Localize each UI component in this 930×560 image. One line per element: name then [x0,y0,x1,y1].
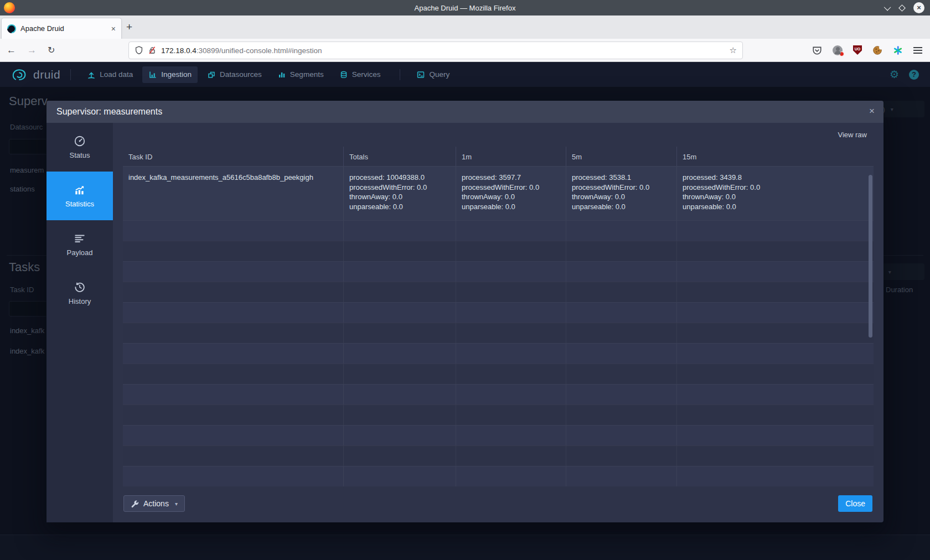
column-header-15m: 15m [676,147,874,166]
empty-table-row [123,282,874,302]
window-titlebar: Apache Druid — Mozilla Firefox × [0,0,930,15]
ublock-origin-icon[interactable]: UO [853,45,862,55]
totals-unparseable: unparseable: 0.0 [349,202,451,212]
actions-button-label: Actions [143,499,169,508]
view-raw-link[interactable]: View raw [838,131,867,139]
task-id-value: index_kafka_measurements_a5616c5ba8afb8b… [128,173,339,183]
pocket-icon[interactable] [812,45,822,55]
dialog-tab-label: History [69,297,91,305]
settings-gear-icon[interactable]: ⚙ [890,68,899,81]
cell-15m: processed: 3439.8 processedWithError: 0.… [676,167,874,220]
m5-processed-with-error: processedWithError: 0.0 [572,183,672,193]
services-icon [339,70,348,79]
extension-account-icon[interactable] [833,45,843,55]
column-header-task-id: Task ID [123,147,343,166]
ingestion-icon [148,70,157,79]
cell-totals: processed: 10049388.0 processedWithError… [343,167,456,220]
dialog-sidebar: Status Statistics Payload His [46,123,113,522]
firefox-logo-icon [4,2,15,13]
empty-table-row [123,364,874,384]
load-data-icon [87,70,96,79]
url-path: :30899/unified-console.html#ingestion [197,46,322,55]
dialog-tab-label: Statistics [65,200,94,208]
m5-unparseable: unparseable: 0.0 [572,202,672,212]
statistics-table: Task ID Totals 1m 5m 15m index_kafka_mea… [123,147,874,486]
nav-item-label: Segments [290,70,324,79]
table-scrollbar-thumb[interactable] [869,175,872,338]
m5-processed: processed: 3538.1 [572,173,672,183]
nav-item-label: Load data [100,70,133,79]
hamburger-menu-icon[interactable] [913,47,922,48]
m15-thrown-away: thrownAway: 0.0 [683,192,869,202]
m15-unparseable: unparseable: 0.0 [683,202,869,212]
tab-close-button[interactable]: × [111,25,116,33]
window-maximize-button[interactable] [898,4,906,12]
m1-processed: processed: 3597.7 [462,173,561,183]
bookmark-star-icon[interactable]: ☆ [730,45,737,55]
browser-toolbar: ← → ↻ 172.18.0.4:30899/unified-console.h… [0,39,930,62]
back-button[interactable]: ← [7,45,16,56]
druid-logo-icon [12,68,29,82]
history-clock-icon [74,281,86,293]
nav-divider [400,69,400,80]
dialog-tab-history[interactable]: History [46,269,113,318]
asterisk-extension-icon[interactable] [893,45,903,55]
nav-item-services[interactable]: Services [333,66,387,83]
actions-button[interactable]: Actions ▾ [123,495,185,512]
nav-item-label: Services [352,70,381,79]
nav-item-query[interactable]: Query [410,66,456,83]
empty-table-row [123,220,874,241]
totals-thrown-away: thrownAway: 0.0 [349,192,451,202]
window-close-button[interactable]: × [913,2,924,13]
cell-5m: processed: 3538.1 processedWithError: 0.… [566,167,676,220]
nav-item-ingestion[interactable]: Ingestion [142,66,198,83]
status-gauge-icon [74,135,86,147]
table-header-row: Task ID Totals 1m 5m 15m [123,147,874,166]
dialog-close-button[interactable]: Close [838,495,872,512]
dialog-tab-payload[interactable]: Payload [46,220,113,269]
empty-table-row [123,302,874,323]
url-bar[interactable]: 172.18.0.4:30899/unified-console.html#in… [128,42,743,59]
m15-processed: processed: 3439.8 [683,173,869,183]
empty-table-row [123,405,874,425]
url-host: 172.18.0.4 [161,46,197,55]
dialog-close-icon[interactable]: × [869,106,875,117]
empty-table-row [123,384,874,405]
segments-icon [277,70,286,79]
dialog-header: Supervisor: measurements × [46,101,884,123]
caret-down-icon: ▾ [175,501,178,507]
m1-processed-with-error: processedWithError: 0.0 [462,183,561,193]
forward-button[interactable]: → [27,45,37,56]
nav-item-datasources[interactable]: Datasources [201,66,268,83]
supervisor-dialog: Supervisor: measurements × Status Statis… [46,101,884,522]
insecure-connection-lock-icon[interactable] [148,46,157,55]
dialog-tab-statistics[interactable]: Statistics [46,172,113,220]
nav-item-label: Ingestion [161,70,192,79]
new-tab-button[interactable]: + [126,22,132,32]
empty-table-row [123,445,874,466]
browser-tab-apache-druid[interactable]: Apache Druid × [1,18,122,39]
druid-navbar: druid Load data Ingestion Datasources Se… [0,62,930,87]
nav-divider [70,69,71,80]
help-icon[interactable]: ? [909,70,919,80]
statistics-chart-icon [74,184,86,196]
druid-brand: druid [33,68,60,81]
extension-error-badge [839,51,844,56]
nav-item-load-data[interactable]: Load data [81,66,139,83]
wrench-icon [131,500,139,508]
nav-item-label: Datasources [220,70,262,79]
cookie-extension-icon[interactable] [872,45,882,55]
nav-item-segments[interactable]: Segments [271,66,330,83]
tracking-protection-shield-icon[interactable] [135,46,143,55]
empty-table-row [123,425,874,445]
dialog-tab-status[interactable]: Status [46,123,113,172]
reload-button[interactable]: ↻ [48,45,55,55]
url-text: 172.18.0.4:30899/unified-console.html#in… [161,46,725,55]
datasources-icon [207,70,216,79]
m1-unparseable: unparseable: 0.0 [462,202,561,212]
query-icon [416,70,425,79]
column-header-5m: 5m [566,147,676,166]
m1-thrown-away: thrownAway: 0.0 [462,192,561,202]
cell-task-id: index_kafka_measurements_a5616c5ba8afb8b… [123,167,343,220]
cell-1m: processed: 3597.7 processedWithError: 0.… [456,167,566,220]
